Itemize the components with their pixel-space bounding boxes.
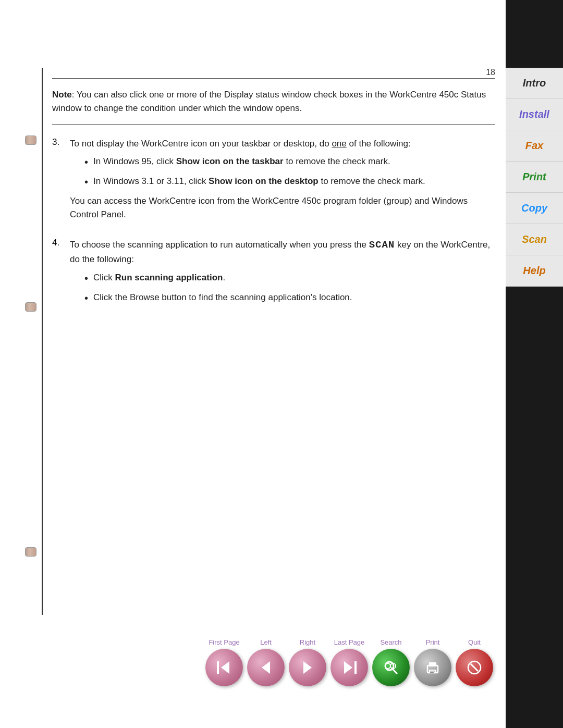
svg-line-7 [393,669,397,674]
nav-labels: First Page Left Right Last Page Search P… [203,637,495,647]
bullet-windows31: In Windows 3.1 or 3.11, click Show icon … [84,175,495,189]
bullet-browse-text: Click the Browse button to find the scan… [93,291,352,305]
left-label: Left [260,638,272,646]
first-page-label-container: First Page [203,637,245,647]
left-vertical-line [42,68,43,615]
item-4: 4. To choose the scanning application to… [52,238,495,311]
svg-rect-11 [429,662,436,667]
bullet-windows95-bold: Show icon on the taskbar [176,156,284,166]
sidebar-item-copy[interactable]: Copy [506,193,563,224]
bullet-windows95: In Windows 95, click Show icon on the ta… [84,155,495,169]
svg-marker-4 [344,661,352,674]
first-page-label: First Page [209,638,239,646]
item-4-text: To choose the scanning application to ru… [70,238,495,267]
bullet-browse: Click the Browse button to find the scan… [84,291,495,305]
quit-button[interactable] [456,649,493,686]
search-button[interactable] [372,649,410,686]
first-page-icon [215,658,234,677]
item-3-number: 3. [52,137,64,230]
binder-ring-middle [25,302,36,312]
search-label-container: Search [370,637,412,647]
left-arrow-icon [256,658,275,677]
sidebar-item-print[interactable]: Print [506,162,563,193]
item-3-underline: one [332,139,346,149]
scan-key-text: SCAN [369,239,395,251]
item-3-content: To not display the WorkCentre icon on yo… [70,137,495,230]
sidebar-item-help[interactable]: Help [506,255,563,287]
sidebar: Intro Install Fax Print Copy Scan Help [506,0,563,728]
svg-rect-5 [354,661,357,674]
svg-line-16 [471,664,478,671]
binder-ring-bottom [25,547,36,557]
navigation-bar: First Page Left Right Last Page Search P… [50,637,495,686]
bullet-windows31-bold: Show icon on the desktop [209,176,319,186]
note-paragraph: Note: You can also click one or more of … [52,88,495,116]
right-label-container: Right [287,637,328,647]
quit-label: Quit [468,638,481,646]
print-label-container: Print [412,637,454,647]
bullet-run-scanning-text: Click Run scanning application. [93,271,225,286]
sidebar-item-scan[interactable]: Scan [506,224,563,255]
item-3-bullets: In Windows 95, click Show icon on the ta… [84,155,495,189]
right-button[interactable] [289,649,326,686]
bullet-run-scanning: Click Run scanning application. [84,271,495,286]
item-4-bullets: Click Run scanning application. Click th… [84,271,495,305]
quit-icon [465,658,484,677]
right-label: Right [300,638,315,646]
sidebar-item-install[interactable]: Install [506,99,563,130]
svg-rect-13 [430,671,435,672]
left-button[interactable] [247,649,285,686]
search-label: Search [380,638,401,646]
nav-buttons [203,649,495,686]
right-arrow-icon [298,658,317,677]
sidebar-top [506,0,563,68]
bullet-windows95-text: In Windows 95, click Show icon on the ta… [93,155,390,169]
binder-ring-top [25,135,36,145]
svg-marker-1 [221,661,229,674]
note-text: : You can also click one or more of the … [52,90,486,113]
svg-rect-14 [430,672,434,673]
top-rule [52,78,495,79]
item-4-content: To choose the scanning application to ru… [70,238,495,311]
print-icon [423,658,442,677]
quit-label-container: Quit [454,637,495,647]
svg-rect-0 [217,661,219,674]
sidebar-item-intro[interactable]: Intro [506,68,563,99]
access-paragraph: You can access the WorkCentre icon from … [70,194,495,222]
sidebar-bottom [506,287,563,728]
svg-marker-2 [262,661,270,674]
middle-rule [52,124,495,125]
last-page-label-container: Last Page [328,637,370,647]
last-page-icon [340,658,359,677]
page-number: 18 [486,68,495,77]
left-label-container: Left [245,637,287,647]
bullet-run-scanning-bold: Run scanning application [115,273,223,282]
print-nav-button[interactable] [414,649,451,686]
svg-marker-3 [303,661,312,674]
print-nav-label: Print [426,638,440,646]
main-content: Note: You can also click one or more of … [52,78,495,587]
note-bold-label: Note [52,90,72,100]
first-page-button[interactable] [205,649,243,686]
last-page-label: Last Page [334,638,365,646]
item-3-text: To not display the WorkCentre icon on yo… [70,137,495,151]
item-4-number: 4. [52,238,64,311]
last-page-button[interactable] [331,649,368,686]
sidebar-item-fax[interactable]: Fax [506,130,563,162]
item-3: 3. To not display the WorkCentre icon on… [52,137,495,230]
search-icon [382,658,400,677]
bullet-windows31-text: In Windows 3.1 or 3.11, click Show icon … [93,175,425,189]
